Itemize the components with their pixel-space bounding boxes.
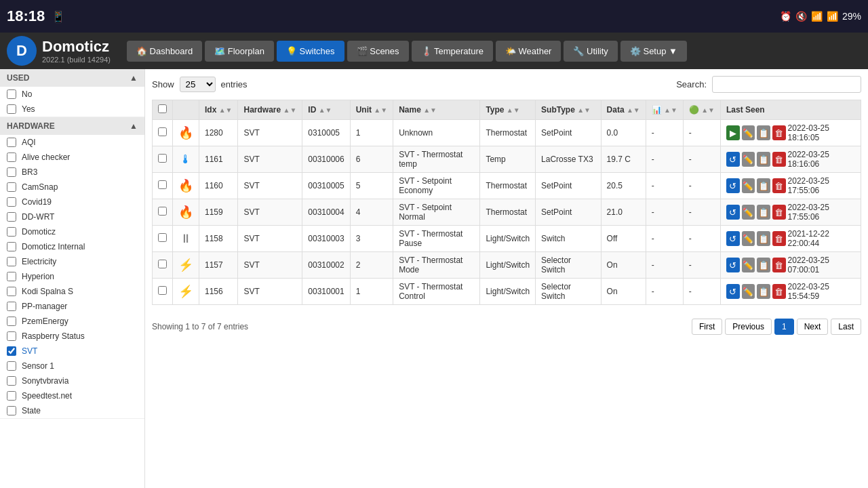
nav-setup[interactable]: ⚙️ Setup ▼ — [620, 41, 687, 62]
action-refresh[interactable]: ↺ — [726, 205, 740, 220]
action-refresh[interactable]: ↺ — [726, 152, 740, 167]
nav-temperature[interactable]: 🌡️ Temperature — [412, 41, 493, 62]
col-last-seen[interactable]: Last Seen — [720, 100, 861, 120]
col-unit[interactable]: Unit ▲▼ — [350, 100, 393, 120]
row-checkbox[interactable] — [158, 260, 167, 268]
hw-ddwrt-label[interactable]: DD-WRT — [22, 212, 54, 222]
action-refresh[interactable]: ▶ — [726, 125, 740, 140]
col-subtype[interactable]: SubType ▲▼ — [536, 100, 601, 120]
hw-ppmanager-checkbox[interactable] — [7, 302, 16, 311]
nav-utility[interactable]: 🔧 Utility — [564, 41, 617, 62]
action-log[interactable]: 📋 — [757, 284, 770, 299]
pagination-last[interactable]: Last — [831, 319, 861, 335]
hw-br3-checkbox[interactable] — [7, 167, 16, 177]
hw-hyperion-label[interactable]: Hyperion — [22, 272, 54, 281]
row-checkbox[interactable] — [158, 180, 167, 189]
col-chart[interactable]: 📊 ▲▼ — [646, 100, 683, 120]
col-status[interactable]: 🟢 ▲▼ — [683, 100, 720, 120]
action-delete[interactable]: 🗑 — [772, 178, 786, 193]
action-delete[interactable]: 🗑 — [772, 231, 786, 246]
hw-covid-checkbox[interactable] — [7, 197, 16, 207]
hw-alive-label[interactable]: Alive checker — [22, 152, 70, 162]
hw-aqi-label[interactable]: AQI — [22, 138, 36, 147]
col-name[interactable]: Name ▲▼ — [393, 100, 480, 120]
row-checkbox[interactable] — [158, 207, 167, 216]
row-checkbox[interactable] — [158, 127, 167, 136]
pagination-page[interactable]: 1 — [774, 319, 794, 335]
hw-svt-checkbox[interactable] — [7, 346, 16, 356]
hw-state-checkbox[interactable] — [7, 406, 16, 415]
hw-sony-checkbox[interactable] — [7, 376, 16, 386]
action-edit[interactable]: ✏️ — [742, 231, 755, 246]
action-log[interactable]: 📋 — [757, 178, 770, 193]
hw-raspberry-checkbox[interactable] — [7, 331, 16, 341]
used-yes-label[interactable]: Yes — [22, 104, 35, 114]
row-checkbox[interactable] — [158, 154, 167, 163]
used-no-checkbox[interactable] — [7, 89, 16, 99]
action-log[interactable]: 📋 — [757, 125, 770, 140]
action-refresh[interactable]: ↺ — [726, 258, 740, 272]
hw-kodi-label[interactable]: Kodi Spalna S — [22, 287, 73, 296]
hw-raspberry-label[interactable]: Raspberry Status — [22, 331, 85, 341]
used-no-label[interactable]: No — [22, 89, 32, 99]
action-refresh[interactable]: ↺ — [726, 284, 740, 299]
action-edit[interactable]: ✏️ — [742, 125, 755, 140]
hw-br3-label[interactable]: BR3 — [22, 167, 37, 177]
action-edit[interactable]: ✏️ — [742, 178, 755, 193]
hardware-header[interactable]: HARDWARE ▲ — [0, 117, 144, 135]
action-delete[interactable]: 🗑 — [772, 125, 786, 140]
hw-kodi-checkbox[interactable] — [7, 287, 16, 296]
hw-sensor1-label[interactable]: Sensor 1 — [22, 361, 54, 371]
row-checkbox[interactable] — [158, 286, 167, 295]
hw-domoticz-label[interactable]: Domoticz — [22, 227, 56, 237]
nav-weather[interactable]: 🌤️ Weather — [496, 41, 561, 62]
used-yes-checkbox[interactable] — [7, 104, 16, 114]
col-data[interactable]: Data ▲▼ — [601, 100, 646, 120]
action-log[interactable]: 📋 — [757, 231, 770, 246]
hw-sony-label[interactable]: Sonytvbravia — [22, 376, 68, 386]
action-edit[interactable]: ✏️ — [742, 284, 755, 299]
hw-camsnap-label[interactable]: CamSnap — [22, 182, 58, 192]
col-id[interactable]: ID ▲▼ — [302, 100, 350, 120]
hw-domoticz-internal-label[interactable]: Domoticz Internal — [22, 242, 85, 251]
col-hardware[interactable]: Hardware ▲▼ — [238, 100, 302, 120]
hw-sensor1-checkbox[interactable] — [7, 361, 16, 371]
nav-scenes[interactable]: 🎬 Scenes — [347, 41, 409, 62]
nav-dashboard[interactable]: 🏠 Dashboard — [127, 41, 202, 62]
action-log[interactable]: 📋 — [757, 152, 770, 167]
action-edit[interactable]: ✏️ — [742, 152, 755, 167]
hw-speedtest-checkbox[interactable] — [7, 391, 16, 401]
pagination-first[interactable]: First — [692, 319, 722, 335]
search-input[interactable] — [712, 76, 861, 93]
nav-floorplan[interactable]: 🗺️ Floorplan — [205, 41, 274, 62]
action-delete[interactable]: 🗑 — [772, 205, 786, 220]
action-delete[interactable]: 🗑 — [772, 152, 786, 167]
hw-electricity-label[interactable]: Electricity — [22, 257, 56, 266]
col-idx[interactable]: Idx ▲▼ — [199, 100, 238, 120]
hw-hyperion-checkbox[interactable] — [7, 272, 16, 281]
hw-state-label[interactable]: State — [22, 406, 41, 415]
col-select-all[interactable] — [153, 100, 173, 120]
action-delete[interactable]: 🗑 — [772, 258, 786, 272]
action-log[interactable]: 📋 — [757, 205, 770, 220]
action-refresh[interactable]: ↺ — [726, 178, 740, 193]
action-delete[interactable]: 🗑 — [772, 284, 786, 299]
action-edit[interactable]: ✏️ — [742, 258, 755, 272]
hw-pzem-checkbox[interactable] — [7, 317, 16, 326]
hw-domoticz-checkbox[interactable] — [7, 227, 16, 237]
action-edit[interactable]: ✏️ — [742, 205, 755, 220]
entries-select[interactable]: 25 50 100 — [180, 77, 216, 92]
action-log[interactable]: 📋 — [757, 258, 770, 272]
hw-camsnap-checkbox[interactable] — [7, 182, 16, 192]
hw-covid-label[interactable]: Covid19 — [22, 197, 52, 207]
row-checkbox[interactable] — [158, 233, 167, 242]
hw-alive-checkbox[interactable] — [7, 152, 16, 162]
hw-ddwrt-checkbox[interactable] — [7, 212, 16, 222]
used-header[interactable]: USED ▲ — [0, 69, 144, 87]
hw-domoticz-internal-checkbox[interactable] — [7, 242, 16, 251]
select-all-checkbox[interactable] — [158, 104, 167, 113]
hw-electricity-checkbox[interactable] — [7, 257, 16, 266]
hw-speedtest-label[interactable]: Speedtest.net — [22, 391, 72, 401]
pagination-next[interactable]: Next — [797, 319, 829, 335]
pagination-previous[interactable]: Previous — [725, 319, 772, 335]
